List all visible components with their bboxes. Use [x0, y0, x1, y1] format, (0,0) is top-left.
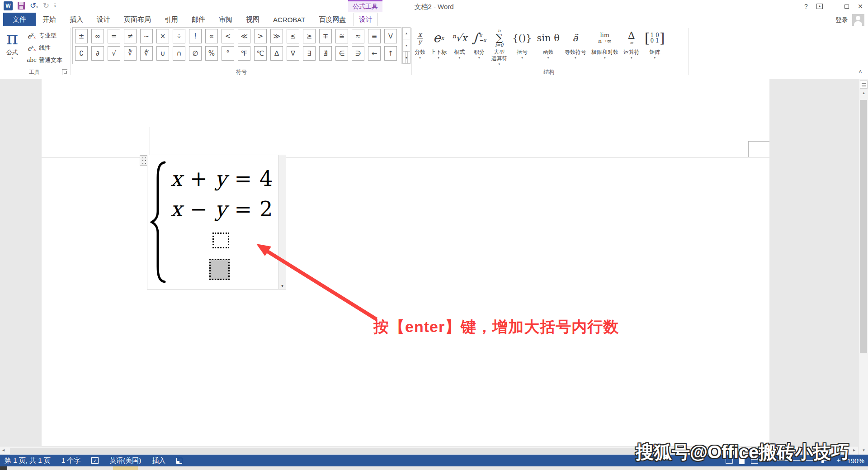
symbol-℃[interactable]: ℃ — [254, 46, 267, 61]
ruler-toggle-icon[interactable] — [860, 81, 868, 89]
structure-运算符[interactable]: ∆=运算符▾ — [622, 27, 641, 60]
symbol-↑[interactable]: ↑ — [384, 46, 397, 61]
structure-导数符号[interactable]: ä导数符号▾ — [563, 27, 588, 60]
sign-in-link[interactable]: 登录 — [835, 16, 848, 24]
restore-button[interactable] — [840, 0, 854, 13]
gallery-scroll-down-icon[interactable]: ▾ — [402, 39, 410, 52]
structure-极限和对数[interactable]: limn→∞极限和对数▾ — [590, 27, 620, 60]
symbol-∪[interactable]: ∪ — [156, 46, 169, 61]
symbol-°[interactable]: ° — [222, 46, 234, 61]
normal-text-button[interactable]: abc 普通文本 — [26, 54, 70, 66]
symbol-∃[interactable]: ∃ — [303, 46, 316, 61]
help-button[interactable]: ? — [799, 0, 813, 13]
scroll-down-icon[interactable]: ▾ — [860, 448, 868, 452]
avatar[interactable] — [852, 14, 864, 26]
tab-视图[interactable]: 视图 — [239, 13, 266, 26]
symbol-=[interactable]: = — [108, 29, 120, 43]
equation-row-1[interactable]: x+y=4 — [170, 166, 273, 191]
symbol-∄[interactable]: ∄ — [319, 46, 332, 61]
symbol-≈[interactable]: ≈ — [352, 29, 364, 43]
minimize-button[interactable]: — — [826, 0, 840, 13]
close-button[interactable]: ✕ — [854, 0, 867, 13]
symbol-~[interactable]: ~ — [140, 29, 153, 43]
scroll-up-icon[interactable]: ▴ — [860, 90, 868, 95]
symbol-∇[interactable]: ∇ — [287, 46, 299, 61]
zoom-level[interactable]: 190% — [847, 457, 864, 465]
symbol-∩[interactable]: ∩ — [173, 46, 185, 61]
vertical-scrollbar[interactable]: ▴ ▾ — [858, 79, 868, 455]
scroll-right-icon[interactable]: ▸ — [853, 447, 855, 452]
symbol-≠[interactable]: ≠ — [124, 29, 137, 43]
equation-button[interactable]: π 公式 ▾ — [2, 28, 23, 68]
word-count[interactable]: 1 个字 — [61, 456, 81, 465]
symbol->[interactable]: > — [254, 29, 267, 43]
tab-页面布局[interactable]: 页面布局 — [117, 13, 158, 26]
horizontal-scroll-thumb[interactable] — [10, 448, 688, 454]
insert-mode-indicator[interactable]: 插入 — [152, 456, 165, 465]
symbol-∓[interactable]: ∓ — [319, 29, 332, 43]
symbol-←[interactable]: ← — [368, 46, 381, 61]
symbol-<[interactable]: < — [222, 29, 234, 43]
equation-placeholder-selected[interactable] — [209, 259, 230, 280]
symbol-≅[interactable]: ≅ — [335, 29, 348, 43]
proofing-icon[interactable]: ✓ — [91, 457, 99, 464]
equation-placeholder-empty[interactable] — [212, 233, 229, 248]
tab-引用[interactable]: 引用 — [158, 13, 185, 26]
professional-button[interactable]: exx 专业型 — [26, 30, 70, 42]
symbol-∜[interactable]: ∜ — [140, 46, 153, 61]
structure-上下标[interactable]: ex上下标▾ — [429, 27, 448, 60]
structure-函数[interactable]: sin θ函数▾ — [535, 27, 561, 60]
symbol-∂[interactable]: ∂ — [91, 46, 104, 61]
symbol-∈[interactable]: ∈ — [335, 46, 348, 61]
symbol-∞[interactable]: ∞ — [91, 29, 104, 43]
tab-文件[interactable]: 文件 — [3, 13, 36, 26]
symbol-∝[interactable]: ∝ — [205, 29, 218, 43]
structure-积分[interactable]: ∫x−x积分▾ — [471, 27, 487, 60]
gallery-scroll-up-icon[interactable]: ▴ — [402, 27, 410, 39]
macro-record-icon[interactable] — [176, 458, 182, 464]
tab-百度网盘[interactable]: 百度网盘 — [312, 13, 353, 26]
tab-审阅[interactable]: 审阅 — [212, 13, 239, 26]
symbol-∅[interactable]: ∅ — [189, 46, 202, 61]
symbol-÷[interactable]: ÷ — [173, 29, 185, 43]
symbol-∋[interactable]: ∋ — [352, 46, 364, 61]
structure-括号[interactable]: {()}括号▾ — [511, 27, 533, 60]
symbol-∁[interactable]: ∁ — [75, 46, 88, 61]
tab-开始[interactable]: 开始 — [36, 13, 63, 26]
symbol-%[interactable]: % — [205, 46, 218, 61]
symbol-≥[interactable]: ≥ — [303, 29, 316, 43]
ribbon-display-options-button[interactable]: ▴ — [813, 0, 826, 13]
structure-大型运算符[interactable]: n∑i=0大型运算符▾ — [490, 27, 509, 66]
symbol-≪[interactable]: ≪ — [238, 29, 250, 43]
symbol-×[interactable]: × — [156, 29, 169, 43]
structure-根式[interactable]: ⁿ√x根式▾ — [450, 27, 468, 60]
symbol-∆[interactable]: ∆ — [270, 46, 283, 61]
tab-equation-design-active[interactable]: 设计 — [354, 13, 378, 26]
gallery-more-icon[interactable]: ▾ — [402, 52, 410, 64]
symbol-![interactable]: ! — [189, 29, 202, 43]
structure-分数[interactable]: xy分数▾ — [413, 27, 427, 60]
scroll-left-icon[interactable]: ◂ — [2, 447, 5, 452]
equation-row-2[interactable]: x−y=2 — [170, 196, 273, 222]
language-indicator[interactable]: 英语(美国) — [109, 456, 141, 465]
tab-邮件[interactable]: 邮件 — [185, 13, 212, 26]
tools-group-label: 工具 — [0, 68, 69, 76]
symbol-℉[interactable]: ℉ — [238, 46, 250, 61]
symbol-∀[interactable]: ∀ — [384, 29, 397, 43]
symbol-≡[interactable]: ≡ — [368, 29, 381, 43]
symbol-≤[interactable]: ≤ — [287, 29, 299, 43]
dropdown-arrow-icon: ▾ — [478, 56, 480, 60]
linear-button[interactable]: exx 线性 — [26, 42, 70, 54]
collapse-ribbon-icon[interactable]: ˄ — [856, 69, 865, 76]
tab-插入[interactable]: 插入 — [63, 13, 90, 26]
symbol-√[interactable]: √ — [108, 46, 120, 61]
tab-ACROBAT[interactable]: ACROBAT — [266, 13, 312, 26]
symbol-±[interactable]: ± — [75, 29, 88, 43]
symbol-∛[interactable]: ∛ — [124, 46, 137, 61]
page-indicator[interactable]: 第 1 页, 共 1 页 — [5, 456, 51, 465]
tools-dialog-launcher-icon[interactable] — [62, 69, 67, 75]
symbol-≫[interactable]: ≫ — [270, 29, 283, 43]
vertical-scroll-thumb[interactable] — [860, 100, 867, 353]
tab-设计[interactable]: 设计 — [90, 13, 117, 26]
structure-矩阵[interactable]: [1001]矩阵▾ — [643, 27, 666, 60]
